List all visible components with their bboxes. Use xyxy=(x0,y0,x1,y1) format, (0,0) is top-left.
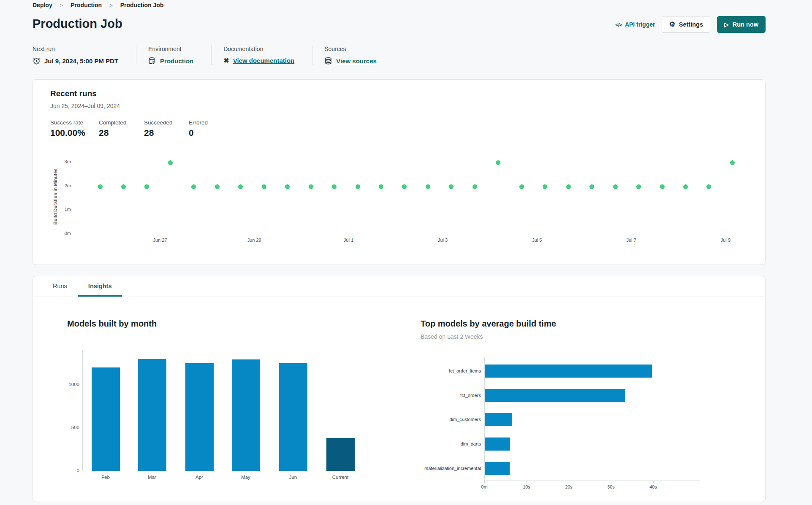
run-scatter-point[interactable] xyxy=(168,160,173,165)
run-scatter-point[interactable] xyxy=(706,184,711,189)
x-tick-mark xyxy=(653,481,654,483)
stat-succeeded: Succeeded 28 xyxy=(144,119,189,138)
environment-column: Environment Production xyxy=(136,46,211,65)
bar xyxy=(232,359,260,471)
recent-runs-date-range: Jun 25, 2024–Jul 09, 2024 xyxy=(50,103,120,109)
run-scatter-point[interactable] xyxy=(309,184,313,189)
x-tick-label: 20s xyxy=(558,484,579,489)
y-tick-label: 2m xyxy=(50,183,71,188)
run-scatter-point[interactable] xyxy=(426,184,430,189)
run-scatter-point[interactable] xyxy=(730,160,735,165)
x-tick-label: Apr xyxy=(180,475,218,480)
job-detail-card: Runs Insights Models built by month 0500… xyxy=(33,276,766,502)
y-axis-line xyxy=(82,350,83,471)
run-now-label: Run now xyxy=(733,21,758,28)
x-axis-line xyxy=(484,481,700,481)
run-scatter-point[interactable] xyxy=(238,184,243,189)
x-tick-label: May xyxy=(227,475,265,480)
tab-runs[interactable]: Runs xyxy=(42,276,78,297)
next-run-value: Jul 9, 2024, 5:00 PM PDT xyxy=(44,57,118,65)
x-axis-line xyxy=(82,471,373,471)
run-stats: Success rate 100.00% Completed 28 Succee… xyxy=(50,119,227,138)
run-scatter-point[interactable] xyxy=(262,184,266,189)
breadcrumb: Deploy > Production > Production Job xyxy=(33,2,163,8)
x-tick-label: 30s xyxy=(600,484,622,489)
sources-label: Sources xyxy=(324,46,377,52)
gear-icon: ⚙ xyxy=(669,21,675,28)
tab-bar: Runs Insights xyxy=(33,276,765,297)
y-tick-label: 0m xyxy=(50,231,71,236)
run-scatter-point[interactable] xyxy=(144,184,149,189)
run-scatter-point[interactable] xyxy=(683,184,688,189)
run-scatter-point[interactable] xyxy=(191,184,196,189)
breadcrumb-deploy[interactable]: Deploy xyxy=(33,2,52,8)
run-scatter-point[interactable] xyxy=(121,184,126,189)
stat-success-rate: Success rate 100.00% xyxy=(50,119,99,138)
run-scatter-point[interactable] xyxy=(98,184,103,189)
run-scatter-point[interactable] xyxy=(215,184,220,189)
run-scatter-point[interactable] xyxy=(519,184,524,189)
x-tick-label: Current xyxy=(321,475,359,480)
run-scatter-point[interactable] xyxy=(285,184,290,189)
category-label: fct_orders xyxy=(421,393,481,398)
run-scatter-point[interactable] xyxy=(613,184,618,189)
sources-column: Sources View sources xyxy=(312,46,394,65)
x-tick-mark xyxy=(484,481,485,483)
recent-runs-title: Recent runs xyxy=(50,89,97,98)
view-documentation-link[interactable]: View documentation xyxy=(233,57,295,64)
tab-insights[interactable]: Insights xyxy=(78,276,122,297)
x-tick-mark xyxy=(527,481,527,483)
x-tick-mark xyxy=(611,481,611,483)
breadcrumb-production-job: Production Job xyxy=(120,2,164,8)
y-tick-label: 0 xyxy=(58,468,79,473)
environment-database-icon xyxy=(148,57,156,65)
play-icon: ▷ xyxy=(724,22,729,27)
run-now-button[interactable]: ▷ Run now xyxy=(717,16,766,33)
run-scatter-point[interactable] xyxy=(402,184,407,189)
run-scatter-point[interactable] xyxy=(473,184,477,189)
bar xyxy=(185,363,214,471)
recent-runs-card: Recent runs Jun 25, 2024–Jul 09, 2024 Su… xyxy=(33,79,766,265)
api-trigger-label: API trigger xyxy=(625,21,655,28)
environment-link[interactable]: Production xyxy=(160,57,193,65)
environment-label: Environment xyxy=(148,46,193,52)
run-scatter-point[interactable] xyxy=(636,184,641,189)
y-axis-line xyxy=(75,160,75,234)
api-trigger-link[interactable]: </> API trigger xyxy=(615,21,655,28)
build-duration-chart: Build Duration in Minutes 0m1m2m3mJun 27… xyxy=(33,157,766,254)
x-tick-label: Jun 27 xyxy=(147,238,173,243)
breadcrumb-production[interactable]: Production xyxy=(71,2,102,8)
header-actions: </> API trigger ⚙ Settings ▷ Run now xyxy=(615,16,766,33)
run-scatter-point[interactable] xyxy=(660,184,665,189)
x-tick-label: Jul 1 xyxy=(336,238,361,243)
category-label: dim_customers xyxy=(421,417,481,422)
x-tick-label: Jul 5 xyxy=(524,238,550,243)
run-scatter-point[interactable] xyxy=(356,184,360,189)
next-run-label: Next run xyxy=(33,46,118,52)
x-tick-mark xyxy=(569,481,569,483)
run-scatter-point[interactable] xyxy=(496,160,500,165)
chevron-right-icon: > xyxy=(109,2,113,8)
run-scatter-point[interactable] xyxy=(566,184,571,189)
bar xyxy=(92,367,120,471)
bar-plot-area: 05001000FebMarAprMayJunCurrent xyxy=(33,297,421,502)
run-scatter-point[interactable] xyxy=(543,184,547,189)
bar xyxy=(485,389,625,402)
bar xyxy=(485,437,510,451)
bar xyxy=(279,363,307,471)
view-sources-link[interactable]: View sources xyxy=(336,57,377,65)
run-scatter-point[interactable] xyxy=(589,184,594,189)
run-scatter-point[interactable] xyxy=(449,184,454,189)
x-tick-label: Jun xyxy=(274,475,312,480)
x-tick-label: Jul 9 xyxy=(713,238,738,243)
category-label: materialization_incremental xyxy=(421,466,481,471)
x-tick-label: Mar xyxy=(133,475,171,480)
run-scatter-point[interactable] xyxy=(379,184,383,189)
stat-errored: Errored 0 xyxy=(189,119,227,138)
settings-button[interactable]: ⚙ Settings xyxy=(662,16,710,33)
bar xyxy=(485,462,510,475)
y-tick-label: 1m xyxy=(50,207,71,212)
x-tick-label: Jul 7 xyxy=(619,238,644,243)
run-scatter-point[interactable] xyxy=(332,184,337,189)
job-meta-row: Next run Jul 9, 2024, 5:00 PM PDT Enviro… xyxy=(33,46,394,65)
